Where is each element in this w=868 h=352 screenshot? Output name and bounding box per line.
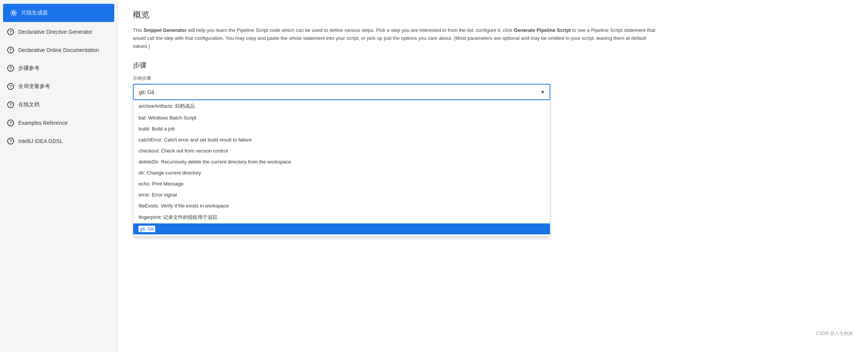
question-icon: ? [7,64,14,72]
list-item[interactable]: bat: Windows Batch Script [133,112,550,123]
description-bold-snippet: Snippet Generator [143,27,186,33]
list-item[interactable]: fingerprint: 记录文件的指纹用于追踪 [133,211,550,223]
sidebar-item-step-reference[interactable]: ? 步骤参考 [0,59,117,77]
question-icon: ? [7,119,14,127]
sidebar-item-label: Declarative Directive Generator [18,29,110,35]
list-item[interactable]: archiveArtifacts: 归档成品 [133,100,550,112]
question-icon: ? [7,137,14,145]
sidebar-item-declarative-directive-generator[interactable]: ? Declarative Directive Generator [0,23,117,41]
list-item[interactable]: build: Build a job [133,123,550,134]
steps-label: 示例步骤 [133,75,853,82]
sidebar-item-global-variable-reference[interactable]: ? 全局变量参考 [0,77,117,96]
list-item[interactable]: catchError: Catch error and set build re… [133,134,550,145]
sidebar-item-intellij-idea-gdsl[interactable]: ? IntelliJ IDEA GDSL [0,132,117,150]
list-item[interactable]: error: Error signal [133,189,550,200]
list-item[interactable]: fileExists: Verify if file exists in wor… [133,200,550,211]
list-item-git-selected[interactable]: git: Git [133,223,550,234]
sidebar-item-examples-reference[interactable]: ? Examples Reference [0,114,117,132]
sidebar-item-declarative-online-documentation[interactable]: ? Declarative Online Documentation [0,41,117,59]
question-icon: ? [7,83,14,90]
question-icon: ? [7,46,14,54]
svg-point-0 [13,12,15,14]
sidebar-item-snippet-generator[interactable]: 片段生成器 [3,4,114,22]
sidebar-item-label: 片段生成器 [21,9,107,16]
steps-section-title: 步骤 [133,61,853,70]
description-bold-generate: Generate Pipeline Script [514,27,571,33]
list-item[interactable]: checkout: Check out from version control [133,145,550,156]
steps-dropdown-wrapper: git: Git ▾ archiveArtifacts: 归档成品 bat: W… [133,84,550,100]
list-item[interactable]: input: 等待交互式输入 [133,234,550,237]
sidebar-item-label: 在线文档 [18,101,110,108]
sidebar-item-label: 全局变量参考 [18,83,110,90]
watermark: CSDN @人生匆匆 [816,330,853,337]
steps-dropdown[interactable]: git: Git ▾ [133,84,550,100]
steps-dropdown-list[interactable]: archiveArtifacts: 归档成品 bat: Windows Batc… [133,100,550,237]
gear-icon [10,9,17,17]
sidebar-item-label: 步骤参考 [18,65,110,72]
question-icon: ? [7,101,14,108]
list-item[interactable]: dir: Change current directory [133,167,550,178]
sidebar-item-label: IntelliJ IDEA GDSL [18,138,110,144]
main-content: 概览 This Snippet Generator will help you … [118,0,868,352]
dropdown-arrow-icon: ▾ [541,88,544,96]
selected-item-highlight: git: Git [139,226,155,232]
description: This Snippet Generator will help you lea… [133,27,664,50]
list-item[interactable]: deleteDir: Recursively delete the curren… [133,156,550,167]
sidebar: 片段生成器 ? Declarative Directive Generator … [0,0,118,352]
selected-step-label: git: Git [139,89,154,95]
sidebar-item-label: Examples Reference [18,120,110,126]
sidebar-item-label: Declarative Online Documentation [18,47,110,53]
question-icon: ? [7,28,14,36]
list-item[interactable]: echo: Print Message [133,178,550,189]
page-title: 概览 [133,9,853,20]
sidebar-item-online-docs[interactable]: ? 在线文档 [0,96,117,114]
